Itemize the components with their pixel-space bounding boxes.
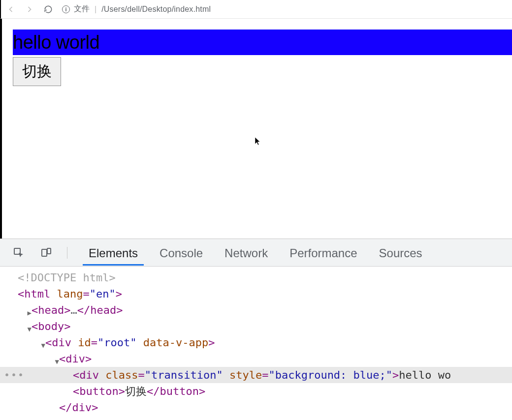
dom-doctype[interactable]: <!DOCTYPE html> [0, 270, 512, 286]
dom-root-div[interactable]: ▼ <div id="root" data-v-app> [0, 334, 512, 351]
mouse-cursor-icon [255, 137, 261, 148]
nav-back-button[interactable] [6, 4, 16, 14]
url-path: /Users/dell/Desktop/index.html [101, 5, 211, 14]
tab-elements[interactable]: Elements [85, 240, 142, 265]
devtools-tabbar: Elements Console Network Performance Sou… [0, 239, 512, 267]
hello-banner: hello world [13, 30, 512, 55]
tab-divider [67, 247, 71, 259]
svg-rect-1 [42, 249, 47, 256]
url-separator: | [95, 5, 96, 14]
svg-rect-2 [47, 248, 51, 254]
tab-network[interactable]: Network [221, 240, 272, 265]
dom-inner-div-close[interactable]: </div> [0, 399, 512, 416]
device-toolbar-icon[interactable] [39, 246, 53, 260]
browser-toolbar: i 文件 | /Users/dell/Desktop/index.html [0, 0, 512, 19]
url-scheme-label: 文件 [74, 4, 90, 14]
dom-head[interactable]: ▶ <head>…</head> [0, 302, 512, 318]
inspect-element-icon[interactable] [12, 246, 26, 260]
dom-body-open[interactable]: ▼ <body> [0, 318, 512, 334]
dom-inner-div[interactable]: ▼ <div> [0, 351, 512, 367]
tab-performance[interactable]: Performance [286, 240, 361, 265]
dom-tree[interactable]: <!DOCTYPE html> <html lang="en"> ▶ <head… [0, 267, 512, 420]
site-info-icon[interactable]: i [62, 5, 70, 13]
dom-transition-div[interactable]: ••• <div class="transition" style="backg… [0, 367, 512, 383]
dom-button[interactable]: <button>切换</button> [0, 383, 512, 399]
page-viewport: hello world 切换 [0, 19, 512, 239]
reload-button[interactable] [43, 4, 53, 14]
tab-console[interactable]: Console [156, 240, 207, 265]
address-bar[interactable]: i 文件 | /Users/dell/Desktop/index.html [62, 4, 507, 14]
row-menu-icon[interactable]: ••• [4, 367, 25, 383]
nav-forward-button[interactable] [25, 4, 34, 14]
toggle-button[interactable]: 切换 [13, 57, 61, 86]
devtools-panel: Elements Console Network Performance Sou… [0, 239, 512, 420]
dom-html-open[interactable]: <html lang="en"> [0, 286, 512, 302]
tab-sources[interactable]: Sources [375, 240, 426, 265]
